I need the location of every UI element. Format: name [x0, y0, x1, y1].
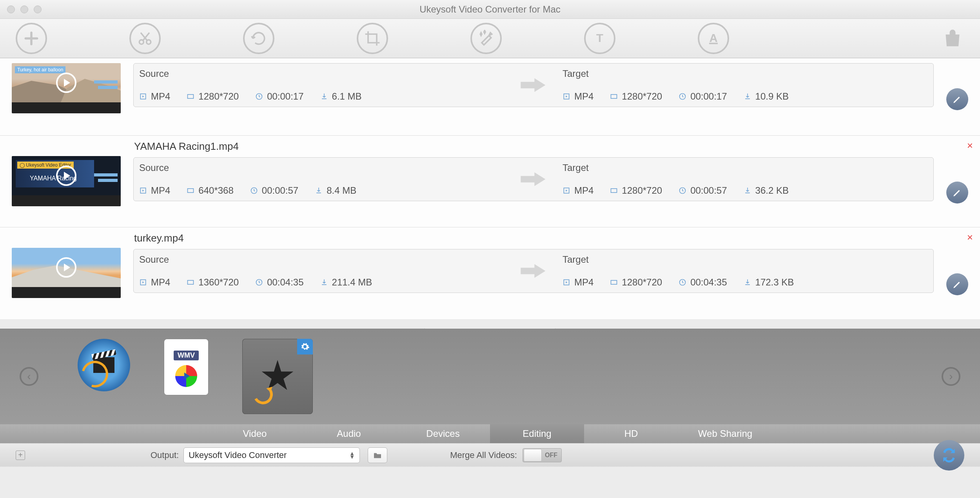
window-title: Ukeysoft Video Converter for Mac: [419, 4, 561, 15]
crop-icon[interactable]: [357, 23, 388, 54]
tab-audio[interactable]: Audio: [302, 424, 396, 443]
trim-icon[interactable]: [129, 23, 161, 54]
output-label: Output:: [151, 450, 179, 460]
tab-editing[interactable]: Editing: [490, 424, 584, 443]
tab-devices[interactable]: Devices: [396, 424, 490, 443]
open-folder-button[interactable]: [368, 447, 387, 463]
remove-button[interactable]: ×: [967, 231, 973, 244]
tab-hd[interactable]: HD: [584, 424, 678, 443]
category-tabs: Video Audio Devices Editing HD Web Shari…: [0, 424, 980, 443]
target-header: Target: [563, 68, 928, 79]
svg-rect-14: [611, 189, 617, 193]
svg-text:T: T: [596, 31, 603, 44]
shop-bag-icon[interactable]: [941, 27, 964, 50]
add-icon[interactable]: [16, 23, 47, 54]
bottom-bar: + Output: Ukeysoft Video Converter ▲▼ Me…: [0, 443, 980, 467]
filename: turkey.mp4: [133, 232, 934, 244]
svg-rect-8: [611, 95, 617, 98]
convert-button[interactable]: [934, 440, 964, 471]
edit-button[interactable]: [946, 273, 968, 295]
format-imovie[interactable]: [242, 339, 313, 414]
list-item: × turkey.mp4 Source MP4 1360*720 00:04:3…: [0, 227, 980, 319]
updown-icon: ▲▼: [349, 452, 355, 459]
video-thumbnail[interactable]: [12, 248, 121, 298]
list-item: × ◯ Ukeysoft Video Editor YAMAHA Racing …: [0, 136, 980, 227]
format-carousel: ‹ WMV ›: [0, 329, 980, 424]
zoom-window[interactable]: [34, 5, 42, 13]
source-target-bar: Source MP4 640*368 00:00:57 8.4 MB Targe…: [133, 157, 934, 201]
play-icon[interactable]: [56, 257, 76, 278]
video-list: Turkey, hot air balloon Source MP4 1280*…: [0, 58, 980, 329]
tab-web-sharing[interactable]: Web Sharing: [678, 424, 772, 443]
tgt-res: 1280*720: [622, 91, 662, 102]
edit-button[interactable]: [946, 182, 968, 204]
window-controls: [7, 5, 42, 13]
tgt-size: 10.9 KB: [755, 91, 789, 102]
svg-rect-11: [188, 189, 194, 193]
remove-button[interactable]: ×: [967, 140, 973, 152]
src-res: 1280*720: [198, 91, 239, 102]
subtitle-icon[interactable]: A: [698, 23, 729, 54]
minimize-window[interactable]: [20, 5, 28, 13]
video-thumbnail[interactable]: ◯ Ukeysoft Video Editor YAMAHA Racing: [12, 156, 121, 206]
src-size: 6.1 MB: [332, 91, 362, 102]
merge-toggle[interactable]: OFF: [523, 448, 562, 462]
gear-icon[interactable]: [297, 339, 313, 354]
play-icon[interactable]: [56, 73, 76, 93]
carousel-prev[interactable]: ‹: [20, 367, 38, 386]
list-item: Turkey, hot air balloon Source MP4 1280*…: [0, 58, 980, 136]
svg-rect-20: [611, 280, 617, 284]
tab-video[interactable]: Video: [208, 424, 302, 443]
format-convert-video[interactable]: [78, 339, 130, 391]
tgt-dur: 00:00:17: [690, 91, 727, 102]
source-header: Source: [139, 68, 505, 79]
filename: YAMAHA Racing1.mp4: [133, 140, 934, 153]
close-window[interactable]: [7, 5, 15, 13]
svg-text:A: A: [709, 31, 717, 44]
merge-label: Merge All Videos:: [450, 450, 517, 460]
output-select[interactable]: Ukeysoft Video Converter ▲▼: [183, 447, 360, 463]
add-small-button[interactable]: +: [16, 451, 25, 460]
video-thumbnail[interactable]: Turkey, hot air balloon: [12, 63, 121, 113]
format-wmv[interactable]: WMV: [164, 339, 209, 395]
titlebar: Ukeysoft Video Converter for Mac: [0, 0, 980, 19]
arrow-icon: [520, 77, 547, 93]
rotate-icon[interactable]: [243, 23, 274, 54]
svg-rect-17: [188, 280, 194, 284]
src-format: MP4: [151, 91, 170, 102]
effect-icon[interactable]: [470, 23, 502, 54]
thumb-caption: Turkey, hot air balloon: [15, 66, 65, 73]
carousel-next[interactable]: ›: [942, 367, 960, 386]
main-toolbar: T A: [0, 19, 980, 58]
folder-icon: [373, 452, 382, 459]
src-dur: 00:00:17: [267, 91, 303, 102]
watermark-icon[interactable]: T: [584, 23, 615, 54]
edit-button[interactable]: [946, 88, 968, 110]
play-icon[interactable]: [56, 165, 76, 186]
svg-rect-5: [188, 95, 194, 98]
source-target-bar: Source MP4 1280*720 00:00:17 6.1 MB Targ…: [133, 63, 934, 107]
tgt-format: MP4: [574, 91, 593, 102]
source-target-bar: Source MP4 1360*720 00:04:35 211.4 MB Ta…: [133, 249, 934, 293]
